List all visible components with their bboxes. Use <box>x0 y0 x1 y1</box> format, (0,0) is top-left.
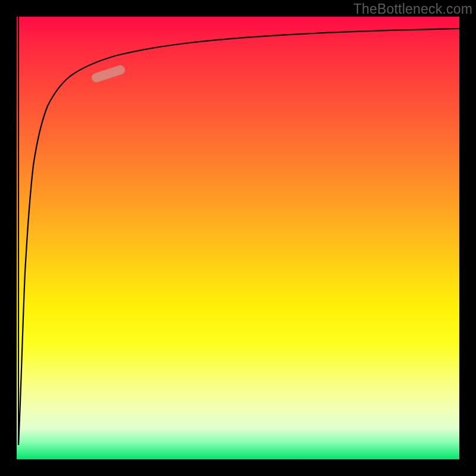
watermark-text: TheBottleneck.com <box>353 1 472 17</box>
curve-layer <box>17 17 459 459</box>
plot-area <box>17 17 459 459</box>
curve-path <box>18 29 459 445</box>
chart-frame: TheBottleneck.com <box>0 0 476 476</box>
